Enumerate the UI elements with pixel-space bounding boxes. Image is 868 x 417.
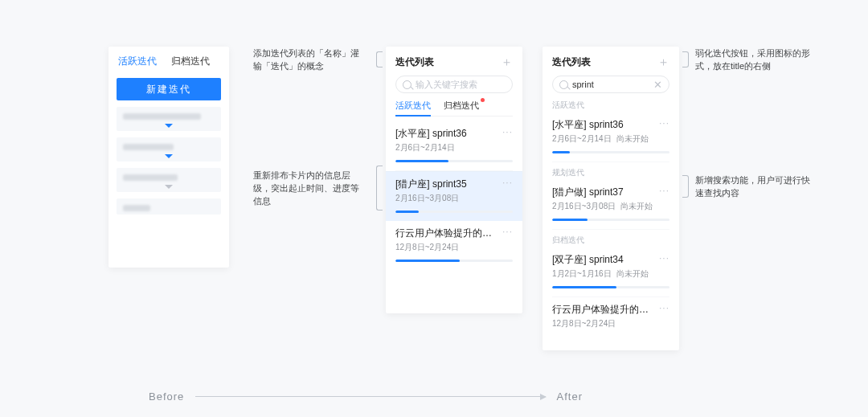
search-input[interactable]: 输入关键字搜索 [395, 76, 513, 93]
progress-fill [552, 151, 570, 153]
panel-header: 迭代列表 ＋ [395, 55, 513, 69]
iteration-card[interactable]: [双子座] sprint34 ··· 1月2日~1月16日 尚未开始 [552, 247, 669, 297]
progress-fill [395, 260, 460, 262]
chevron-down-icon [165, 124, 173, 128]
placeholder-text [123, 113, 201, 120]
more-icon[interactable]: ··· [659, 304, 669, 312]
more-icon[interactable]: ··· [659, 119, 669, 127]
search-icon [559, 80, 568, 89]
section-label: 规划迭代 [552, 167, 669, 178]
iteration-name: [水平座] sprint36 [395, 128, 467, 140]
annotation: 重新排布卡片内的信息层级，突出起止时间、进度等信息 [253, 169, 366, 207]
section-label: 活跃迭代 [552, 100, 669, 111]
search-icon [403, 80, 411, 89]
iteration-card[interactable]: 行云用户体验提升的迭... ··· 12月8日~2月24日 [552, 297, 669, 337]
subtab-active[interactable]: 活跃迭代 [395, 100, 431, 112]
placeholder-text [123, 174, 178, 181]
iteration-card[interactable]: [水平座] sprint36 ··· 2月6日~2月14日 [395, 121, 513, 171]
iteration-range: 2月6日~2月14日 [552, 133, 612, 145]
progress-fill [552, 286, 616, 288]
before-panel: 活跃迭代 归档迭代 新建迭代 [108, 47, 229, 268]
progress-track [395, 160, 513, 162]
more-icon[interactable]: ··· [502, 227, 513, 235]
add-icon[interactable]: ＋ [657, 56, 669, 67]
bracket-icon [682, 175, 689, 198]
iteration-name: [猎户做] sprint37 [552, 186, 624, 198]
iteration-range: 12月8日~2月24日 [395, 242, 459, 253]
chevron-down-icon [165, 185, 173, 189]
section-label: 归档迭代 [552, 235, 669, 246]
list-item[interactable] [117, 137, 221, 161]
list-item[interactable] [117, 168, 221, 192]
iteration-range: 2月6日~2月14日 [395, 142, 455, 153]
arrow-icon [195, 396, 545, 397]
search-value: sprint [572, 80, 653, 89]
iteration-range: 12月8日~2月24日 [552, 318, 616, 329]
iteration-card[interactable]: [水平座] sprint36 ··· 2月6日~2月14日 尚未开始 [552, 112, 669, 162]
progress-track [552, 219, 669, 221]
iteration-name: [水平座] sprint36 [552, 119, 624, 131]
panel-title: 迭代列表 [395, 55, 434, 69]
subtab-archive[interactable]: 归档迭代 [444, 100, 479, 112]
placeholder-text [123, 144, 174, 150]
search-input[interactable]: sprint ✕ [552, 76, 669, 93]
annotation: 添加迭代列表的「名称」灌输「迭代」的概念 [253, 47, 366, 72]
list-item[interactable] [117, 198, 221, 215]
progress-track [552, 151, 669, 153]
panel-header: 迭代列表 ＋ [552, 55, 669, 69]
iteration-card[interactable]: [猎户做] sprint37 ··· 2月16日~3月08日 尚未开始 [552, 180, 669, 230]
more-icon[interactable]: ··· [659, 186, 669, 194]
progress-fill [552, 219, 588, 221]
tab-archive[interactable]: 归档迭代 [171, 55, 210, 68]
tab-active[interactable]: 活跃迭代 [118, 55, 157, 68]
iteration-range: 2月16日~3月08日 [552, 201, 616, 212]
iteration-status: 尚未开始 [616, 268, 649, 280]
iteration-card[interactable]: 行云用户体验提升的迭... ··· 12月8日~2月24日 [395, 221, 513, 270]
more-icon[interactable]: ··· [502, 128, 513, 136]
badge-dot-icon [481, 98, 485, 102]
iteration-range: 2月16日~3月08日 [395, 193, 459, 204]
more-icon[interactable]: ··· [659, 254, 669, 262]
before-tabs: 活跃迭代 归档迭代 [117, 53, 221, 72]
progress-track [552, 286, 669, 288]
progress-fill [395, 211, 419, 213]
iteration-name: [猎户座] sprint35 [395, 178, 467, 190]
add-icon[interactable]: ＋ [501, 56, 513, 67]
panel-title: 迭代列表 [552, 55, 591, 69]
search-placeholder: 输入关键字搜索 [416, 79, 506, 91]
more-icon[interactable]: ··· [502, 178, 513, 186]
annotation: 新增搜索功能，用户可进行快速查找内容 [695, 174, 816, 199]
progress-track [395, 211, 513, 213]
bracket-icon [376, 51, 383, 67]
bracket-icon [682, 51, 689, 67]
progress-track [395, 260, 513, 262]
iteration-name: 行云用户体验提升的迭... [552, 304, 649, 316]
annotation: 弱化迭代按钮，采用图标的形式，放在title的右侧 [695, 47, 816, 72]
sub-tabs: 活跃迭代 归档迭代 [395, 100, 513, 117]
iteration-card-selected[interactable]: [猎户座] sprint35 ··· 2月16日~3月08日 [386, 171, 522, 221]
bracket-icon [376, 166, 383, 211]
before-label: Before [149, 390, 184, 403]
after-label: After [557, 390, 583, 403]
iteration-name: [双子座] sprint34 [552, 254, 624, 266]
iteration-name: 行云用户体验提升的迭... [395, 227, 492, 239]
iteration-status: 尚未开始 [620, 201, 653, 212]
new-iteration-button[interactable]: 新建迭代 [117, 78, 221, 100]
after-panel-2: 迭代列表 ＋ sprint ✕ 活跃迭代 [水平座] sprint36 ··· … [542, 47, 679, 350]
progress-fill [395, 160, 448, 162]
after-panel-1: 迭代列表 ＋ 输入关键字搜索 活跃迭代 归档迭代 [水平座] sprint36 … [386, 47, 522, 313]
placeholder-text [123, 205, 150, 211]
chevron-down-icon [165, 154, 173, 158]
clear-icon[interactable]: ✕ [653, 79, 662, 91]
iteration-status: 尚未开始 [616, 133, 649, 145]
list-item[interactable] [117, 107, 221, 131]
iteration-range: 1月2日~1月16日 [552, 268, 612, 280]
